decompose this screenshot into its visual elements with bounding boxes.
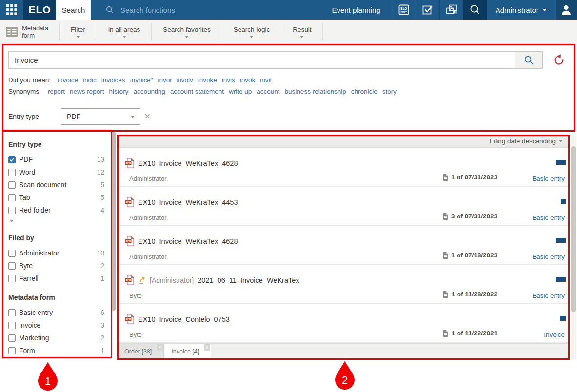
filter-item-red-folder[interactable]: Red folder4 bbox=[8, 204, 104, 216]
search-icon bbox=[524, 55, 534, 65]
workspaces-button[interactable] bbox=[440, 0, 463, 20]
entry-type-select[interactable]: PDF bbox=[61, 108, 140, 125]
filter-item-tab[interactable]: Tab5 bbox=[8, 191, 104, 204]
synonym-link[interactable]: account statement bbox=[170, 88, 224, 95]
checkbox-unchecked-icon[interactable] bbox=[8, 207, 16, 214]
did-you-mean-link[interactable]: invoi bbox=[158, 77, 171, 84]
reset-search-button[interactable] bbox=[553, 54, 565, 66]
sort-bar[interactable]: Filing date descending bbox=[117, 135, 570, 148]
close-icon[interactable]: × bbox=[204, 344, 210, 351]
user-menu[interactable]: Administrator bbox=[487, 0, 556, 20]
filter-item-label: Scan document bbox=[19, 181, 66, 189]
checkbox-unchecked-icon[interactable] bbox=[8, 309, 16, 316]
ribbon-item-label: Filter bbox=[71, 26, 85, 33]
global-search-button[interactable] bbox=[463, 0, 487, 20]
synonym-link[interactable]: chronicle bbox=[351, 88, 378, 95]
synonym-link[interactable]: business relationship bbox=[285, 88, 346, 95]
filter-item-pdf[interactable]: PDF13 bbox=[8, 153, 104, 166]
ribbon-item-filter[interactable]: Filter bbox=[60, 20, 97, 44]
svg-text:PDF: PDF bbox=[125, 318, 131, 321]
filter-item-basic-entry[interactable]: Basic entry6 bbox=[8, 306, 104, 319]
result-tab-order-38-[interactable]: Order [38]× bbox=[119, 344, 164, 359]
result-tab-invoice-4-[interactable]: Invoice [4]× bbox=[165, 344, 211, 359]
result-row[interactable]: PDFEX10_Invoice_WeKraTex_4453Administrat… bbox=[117, 187, 570, 226]
pdf-icon: PDF bbox=[125, 314, 134, 324]
did-you-mean-link[interactable]: invok bbox=[240, 77, 256, 84]
synonym-link[interactable]: account bbox=[257, 88, 279, 95]
reset-icon bbox=[553, 54, 565, 66]
results-scrollbar[interactable] bbox=[571, 146, 576, 312]
result-row[interactable]: PDFEX10_Invoice_WeKraTex_4628Administrat… bbox=[117, 226, 570, 265]
result-filed-by: Byte bbox=[129, 292, 142, 299]
did-you-mean-link[interactable]: involv bbox=[176, 77, 193, 84]
synonym-link[interactable]: accounting bbox=[133, 88, 165, 95]
synonym-link[interactable]: story bbox=[382, 88, 397, 95]
search-query-input[interactable] bbox=[9, 52, 515, 68]
checkbox-unchecked-icon[interactable] bbox=[8, 347, 16, 354]
metadata-form-link[interactable]: Invoice bbox=[544, 331, 565, 338]
filter-item-word[interactable]: Word12 bbox=[8, 166, 104, 178]
did-you-mean-link[interactable]: indic bbox=[83, 77, 97, 84]
did-you-mean-link[interactable]: invoice" bbox=[130, 77, 153, 84]
checkbox-unchecked-icon[interactable] bbox=[8, 334, 16, 342]
filter-item-invoice[interactable]: Invoice3 bbox=[8, 319, 104, 332]
search-functions-input[interactable] bbox=[119, 5, 248, 15]
app-grid-icon bbox=[6, 4, 17, 15]
synonym-link[interactable]: news report bbox=[70, 88, 104, 95]
filter-item-form[interactable]: Form1 bbox=[8, 344, 104, 357]
did-you-mean-link[interactable]: invoice bbox=[58, 77, 78, 84]
metadata-form-link[interactable]: Basic entry bbox=[532, 253, 565, 260]
filter-item-farrell[interactable]: Farrell1 bbox=[8, 272, 104, 285]
filter-item-byte[interactable]: Byte2 bbox=[8, 259, 104, 272]
result-row[interactable]: PDFEX10_Invoice_Contelo_0753Byte1 of 11/… bbox=[117, 304, 570, 343]
elo-app-button[interactable]: ELO bbox=[392, 0, 416, 20]
app-grid-button[interactable] bbox=[0, 0, 23, 20]
tasks-button[interactable] bbox=[416, 0, 439, 20]
checkbox-unchecked-icon[interactable] bbox=[8, 250, 16, 257]
ribbon-item-in-all-areas[interactable]: in all areas bbox=[97, 20, 151, 44]
sidebar-scrollbar[interactable] bbox=[112, 132, 116, 311]
pdf-icon: PDF bbox=[125, 236, 134, 246]
checkbox-unchecked-icon[interactable] bbox=[8, 194, 16, 201]
profile-button[interactable] bbox=[556, 0, 577, 20]
ribbon-toolbar: Metadata form Filterin all areasSearch f… bbox=[0, 20, 577, 44]
did-you-mean-link[interactable]: invoke bbox=[198, 77, 217, 84]
search-functions-box[interactable] bbox=[91, 0, 281, 20]
metadata-form-link[interactable]: Basic entry bbox=[532, 292, 565, 299]
checkbox-unchecked-icon[interactable] bbox=[8, 181, 16, 189]
result-row[interactable]: PDF[Administrator]2021_06_11_Invoice_WeK… bbox=[117, 265, 570, 304]
checkbox-unchecked-icon[interactable] bbox=[8, 322, 16, 329]
clear-entry-type-button[interactable]: × bbox=[144, 111, 150, 121]
tab-search[interactable]: Search bbox=[56, 0, 91, 20]
filter-item-marketing[interactable]: Marketing2 bbox=[8, 332, 104, 344]
user-icon bbox=[560, 3, 573, 16]
filter-item-count: 1 bbox=[100, 347, 104, 354]
run-search-button[interactable] bbox=[515, 52, 542, 68]
checkbox-unchecked-icon[interactable] bbox=[8, 275, 16, 282]
metadata-form-link[interactable]: Basic entry bbox=[532, 214, 565, 221]
page-date-text: 1 of 07/31/2023 bbox=[451, 174, 497, 181]
close-icon[interactable]: × bbox=[157, 344, 163, 351]
show-more-button[interactable] bbox=[8, 216, 104, 225]
filter-item-label: Word bbox=[19, 168, 35, 176]
ribbon-item-result[interactable]: Result bbox=[281, 20, 322, 44]
ribbon-item-search-favorites[interactable]: Search favorites bbox=[152, 20, 222, 44]
result-title: 2021_06_11_Invoice_WeKraTex bbox=[198, 276, 299, 284]
synonym-link[interactable]: report bbox=[48, 88, 65, 95]
checkbox-checked-icon[interactable] bbox=[8, 156, 16, 163]
event-planning-button[interactable]: Event planning bbox=[320, 0, 391, 20]
did-you-mean-link[interactable]: invit bbox=[260, 77, 272, 84]
filter-item-scan-document[interactable]: Scan document5 bbox=[8, 178, 104, 191]
result-row[interactable]: PDFEX10_Invoice_WeKraTex_4628Administrat… bbox=[117, 148, 570, 187]
checkbox-unchecked-icon[interactable] bbox=[8, 169, 16, 176]
checkbox-unchecked-icon[interactable] bbox=[8, 262, 16, 270]
metadata-form-link[interactable]: Basic entry bbox=[532, 175, 565, 182]
filter-item-administrator[interactable]: Administrator10 bbox=[8, 247, 104, 259]
ribbon-item-metadata-form[interactable]: Metadata form bbox=[0, 20, 59, 44]
synonym-link[interactable]: write up bbox=[229, 88, 252, 95]
ribbon-item-search-logic[interactable]: Search logic bbox=[222, 20, 281, 44]
did-you-mean-link[interactable]: invoices bbox=[101, 77, 125, 84]
did-you-mean-link[interactable]: invis bbox=[222, 77, 235, 84]
chevron-down-icon bbox=[10, 220, 14, 222]
synonym-link[interactable]: history bbox=[109, 88, 129, 95]
